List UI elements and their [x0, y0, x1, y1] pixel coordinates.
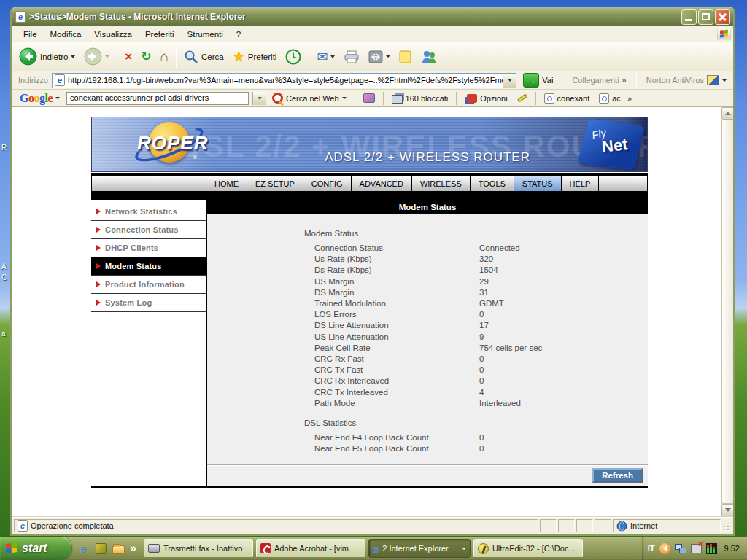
menu-file[interactable]: File: [17, 28, 44, 40]
google-search-dropdown-button[interactable]: [252, 92, 266, 105]
row-label: US Margin: [314, 276, 479, 287]
sidebar-item-dhcp-clients[interactable]: DHCP Clients: [91, 239, 206, 257]
quick-launch-folder-icon[interactable]: [112, 542, 125, 555]
desktop-icon-label-fragment: C: [1, 273, 7, 281]
google-logo-button[interactable]: Google: [17, 91, 63, 106]
language-indicator[interactable]: IT: [648, 544, 655, 553]
toolbar-separator: [117, 46, 117, 68]
resize-page-button[interactable]: [365, 49, 394, 65]
history-button[interactable]: [282, 47, 305, 66]
print-button[interactable]: [340, 49, 363, 65]
tab-ez-setup[interactable]: EZ SETUP: [247, 175, 303, 192]
registered-mark: ®: [193, 154, 197, 160]
sidebar-item-connection-status[interactable]: Connection Status: [91, 221, 206, 239]
title-bar[interactable]: e >Status>Modem Status - Microsoft Inter…: [12, 7, 733, 26]
google-search-input[interactable]: conexant accessrunner pci adsl drivers: [66, 92, 249, 105]
row-label: US Line Attenuation: [314, 332, 479, 343]
menu-edit[interactable]: Modifica: [44, 28, 88, 40]
antivirus-tray-icon[interactable]: [691, 544, 702, 553]
vertical-scrollbar[interactable]: [721, 107, 733, 516]
tab-wireless[interactable]: WIRELESS: [412, 175, 471, 192]
resize-grip[interactable]: [722, 519, 732, 532]
ie-window: e >Status>Modem Status - Microsoft Inter…: [10, 7, 735, 536]
ie-page-icon: e: [55, 74, 65, 86]
maximize-button[interactable]: [698, 9, 713, 25]
taskbar-clock[interactable]: 9.52: [724, 544, 740, 553]
quick-launch-overflow-icon[interactable]: »: [130, 542, 136, 555]
google-dropdown-icon[interactable]: [55, 97, 60, 99]
sidebar-item-modem-status[interactable]: Modem Status: [91, 257, 206, 276]
close-button[interactable]: [715, 9, 730, 25]
scroll-up-button[interactable]: [721, 107, 733, 120]
minimize-button[interactable]: [681, 9, 697, 25]
scrollbar-thumb[interactable]: [721, 120, 733, 504]
tab-tools[interactable]: TOOLS: [471, 175, 514, 192]
web-search-dropdown-icon[interactable]: [342, 97, 347, 99]
back-dropdown-icon[interactable]: [71, 55, 75, 58]
dropdown-icon: [508, 79, 512, 82]
search-term-button-1[interactable]: conexant: [541, 93, 593, 104]
task-button-fax[interactable]: Trasmetti fax - Inattivo: [144, 539, 253, 558]
scroll-down-button[interactable]: [721, 504, 733, 516]
start-button[interactable]: start: [0, 537, 71, 560]
google-web-search-button[interactable]: Cerca nel Web: [269, 92, 349, 104]
sidebar-item-network-statistics[interactable]: Network Statistics: [91, 203, 206, 221]
google-overflow-icon[interactable]: »: [627, 94, 632, 103]
search-button[interactable]: Cerca: [180, 48, 228, 66]
menu-tools[interactable]: Strumenti: [181, 28, 230, 40]
row-value: 29: [479, 277, 489, 286]
task-button-acrobat[interactable]: Adobe Acrobat - [vim...: [256, 539, 365, 558]
go-button[interactable]: → Vai: [520, 73, 556, 88]
refresh-button[interactable]: ↻: [137, 49, 155, 64]
table-row: LOS Errors0: [314, 309, 648, 320]
table-row: DS Line Attenuation17: [314, 320, 648, 331]
tab-advanced[interactable]: ADVANCED: [352, 175, 412, 192]
system-tray: IT 9.52: [642, 537, 747, 560]
tab-home[interactable]: HOME: [206, 175, 247, 192]
menu-favorites[interactable]: Preferiti: [139, 28, 181, 40]
tab-help[interactable]: HELP: [562, 175, 600, 192]
norton-antivirus-button[interactable]: Norton AntiVirus: [643, 74, 730, 87]
home-button[interactable]: ⌂: [157, 48, 172, 65]
task-group-dropdown-icon[interactable]: [462, 548, 466, 550]
highlighter-button[interactable]: [514, 96, 530, 101]
edit-note-button[interactable]: [395, 48, 416, 66]
forward-button[interactable]: [80, 46, 113, 67]
mail-button[interactable]: ✉: [313, 49, 338, 65]
stop-button[interactable]: ×: [121, 49, 136, 64]
sidebar-item-product-information[interactable]: Product Information: [91, 276, 206, 294]
quick-launch-ie-icon[interactable]: e: [77, 542, 90, 555]
address-dropdown-button[interactable]: [503, 74, 516, 88]
back-label: Indietro: [40, 52, 68, 61]
hide-icons-button[interactable]: [659, 543, 670, 554]
google-options-button[interactable]: Opzioni: [462, 93, 510, 104]
popup-blocked-count: 160 bloccati: [406, 94, 449, 103]
menu-view[interactable]: Visualizza: [88, 28, 139, 40]
menu-help[interactable]: ?: [230, 28, 247, 40]
network-tray-icon[interactable]: [675, 544, 686, 553]
tab-status[interactable]: STATUS: [514, 175, 562, 192]
popup-blocker-button[interactable]: 160 bloccati: [389, 92, 452, 104]
norton-dropdown-icon[interactable]: [722, 79, 727, 82]
refresh-page-button[interactable]: Refresh: [592, 468, 643, 483]
row-value: 0: [479, 376, 484, 385]
favorites-button[interactable]: ★ Preferiti: [229, 48, 281, 65]
zone-label: Internet: [630, 521, 657, 530]
task-button-internet-explorer-group[interactable]: e 2 Internet Explorer: [368, 539, 471, 558]
meter-tray-icon[interactable]: [706, 543, 717, 554]
mail-dropdown-icon[interactable]: [330, 55, 335, 58]
links-button[interactable]: Collegamenti »: [568, 74, 630, 86]
quick-launch-app-icon[interactable]: [95, 542, 107, 555]
resize-dropdown-icon[interactable]: [386, 55, 390, 58]
back-button[interactable]: Indietro: [15, 46, 79, 67]
forward-dropdown-icon[interactable]: [105, 55, 109, 58]
flynet-net-text: Net: [601, 135, 629, 157]
search-term-button-2[interactable]: ac: [596, 93, 624, 104]
messenger-button[interactable]: [417, 48, 441, 66]
row-label: Ds Rate (Kbps): [314, 265, 479, 276]
sidebar-item-system-log[interactable]: System Log: [91, 294, 206, 312]
tab-config[interactable]: CONFIG: [303, 175, 352, 192]
task-button-ultraedit[interactable]: UltraEdit-32 - [C:\Doc...: [473, 539, 583, 558]
google-news-button[interactable]: [360, 93, 378, 104]
address-input[interactable]: e http://192.168.1.1/cgi-bin/webcm?var%3…: [52, 73, 516, 88]
